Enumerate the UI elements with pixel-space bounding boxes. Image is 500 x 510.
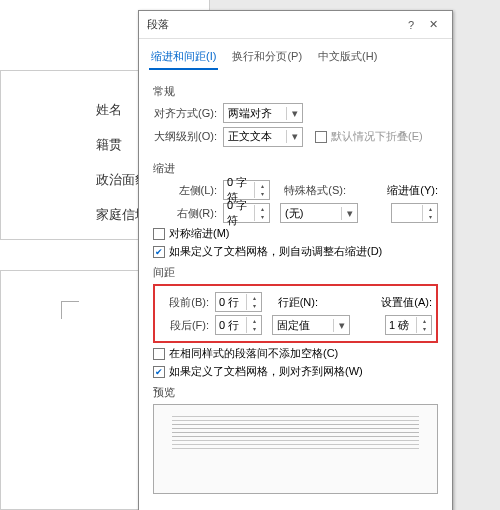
checkbox-icon	[315, 131, 327, 143]
checkbox-icon: ✔	[153, 246, 165, 258]
checkbox-icon: ✔	[153, 366, 165, 378]
close-button[interactable]: ✕	[422, 18, 444, 31]
align-label: 对齐方式(G):	[153, 106, 217, 121]
checkbox-icon	[153, 348, 165, 360]
space-before-label: 段前(B):	[159, 295, 209, 310]
tab-indent-spacing[interactable]: 缩进和间距(I)	[149, 45, 218, 70]
line-spacing-combo[interactable]: 固定值▾	[272, 315, 350, 335]
space-after-spinner[interactable]: 0 行▴▾	[215, 315, 262, 335]
collapse-checkbox[interactable]: 默认情况下折叠(E)	[315, 129, 423, 144]
no-space-checkbox[interactable]: 在相同样式的段落间不添加空格(C)	[153, 346, 438, 361]
at-label: 设置值(A):	[381, 295, 432, 310]
indent-by-label: 缩进值(Y):	[387, 183, 438, 198]
dialog-titlebar[interactable]: 段落 ? ✕	[139, 11, 452, 39]
section-preview: 预览	[153, 385, 438, 400]
indent-left-label: 左侧(L):	[153, 183, 217, 198]
tab-chinese[interactable]: 中文版式(H)	[316, 45, 379, 70]
paragraph-dialog: 段落 ? ✕ 缩进和间距(I) 换行和分页(P) 中文版式(H) 常规 对齐方式…	[138, 10, 453, 510]
outline-label: 大纲级别(O):	[153, 129, 217, 144]
highlighted-spacing-area: 段前(B): 0 行▴▾ 行距(N): 设置值(A): 段后(F): 0 行▴▾…	[153, 284, 438, 343]
section-general: 常规	[153, 84, 438, 99]
help-button[interactable]: ?	[400, 19, 422, 31]
special-label: 特殊格式(S):	[276, 183, 346, 198]
space-after-label: 段后(F):	[159, 318, 209, 333]
align-combo[interactable]: 两端对齐▾	[223, 103, 303, 123]
doc-label: 籍贯	[96, 136, 122, 154]
checkbox-icon	[153, 228, 165, 240]
chevron-down-icon: ▾	[286, 107, 302, 120]
outline-combo[interactable]: 正文文本▾	[223, 127, 303, 147]
indent-by-spinner[interactable]: ▴▾	[391, 203, 438, 223]
crop-mark-icon	[61, 301, 79, 319]
mirror-indent-checkbox[interactable]: 对称缩进(M)	[153, 226, 438, 241]
auto-adjust-checkbox[interactable]: ✔如果定义了文档网格，则自动调整右缩进(D)	[153, 244, 438, 259]
preview-pane	[153, 404, 438, 494]
line-spacing-label: 行距(N):	[268, 295, 318, 310]
tab-line-page[interactable]: 换行和分页(P)	[230, 45, 304, 70]
space-before-spinner[interactable]: 0 行▴▾	[215, 292, 262, 312]
at-spinner[interactable]: 1 磅▴▾	[385, 315, 432, 335]
doc-label: 姓名	[96, 101, 122, 119]
special-combo[interactable]: (无)▾	[280, 203, 358, 223]
section-spacing: 间距	[153, 265, 438, 280]
chevron-down-icon: ▾	[341, 207, 357, 220]
snap-grid-checkbox[interactable]: ✔如果定义了文档网格，则对齐到网格(W)	[153, 364, 438, 379]
indent-right-label: 右侧(R):	[153, 206, 217, 221]
dialog-tabs: 缩进和间距(I) 换行和分页(P) 中文版式(H)	[139, 39, 452, 70]
chevron-down-icon: ▾	[333, 319, 349, 332]
section-indent: 缩进	[153, 161, 438, 176]
chevron-down-icon: ▾	[286, 130, 302, 143]
indent-left-spinner[interactable]: 0 字符▴▾	[223, 180, 270, 200]
indent-right-spinner[interactable]: 0 字符▴▾	[223, 203, 270, 223]
dialog-body: 常规 对齐方式(G): 两端对齐▾ 大纲级别(O): 正文文本▾ 默认情况下折叠…	[139, 70, 452, 510]
dialog-title: 段落	[147, 17, 400, 32]
